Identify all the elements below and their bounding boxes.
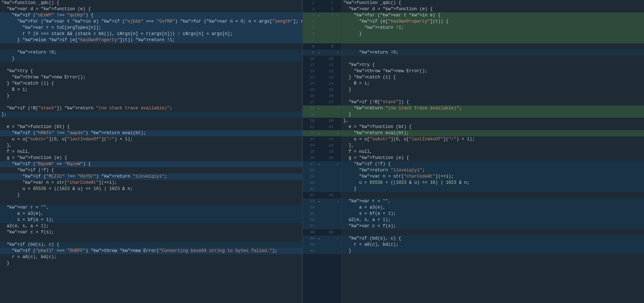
gutter-line: 11 xyxy=(303,0,342,6)
gutter-line: 2323 xyxy=(303,136,342,143)
gutter-line: 37 xyxy=(303,223,342,229)
left-line: B = i; xyxy=(0,87,302,93)
right-line xyxy=(342,93,644,99)
left-line: a = a3(e), xyxy=(0,211,302,217)
right-line: u = u["substr"](0, u["lastIndexOf"]("/")… xyxy=(342,136,644,143)
right-code-area[interactable]: "kw">function _qdc() { "kw">var d = "kw"… xyxy=(342,0,644,303)
gutter-line: 3232 xyxy=(303,192,342,198)
right-line: "kw">if (bd(s), c) { xyxy=(342,236,644,242)
right-line: r = a0(c), bd(c); xyxy=(342,242,644,248)
left-line: "kw">if (!f) { xyxy=(0,167,302,174)
left-line xyxy=(0,43,302,50)
gutter-line: 1010 xyxy=(303,56,342,62)
right-line: }, xyxy=(342,143,644,149)
gutter-line: 19 xyxy=(303,112,342,118)
left-line: } "kw">catch (i) { xyxy=(0,81,302,87)
gutter-line: 36 xyxy=(303,217,342,223)
right-line: } xyxy=(342,87,644,93)
gutter-line: 39↵✓ xyxy=(303,236,342,242)
left-line xyxy=(0,62,302,68)
left-line: a2(e, s, a + 1); xyxy=(0,223,302,229)
left-line: u = u["substr"](0, u["lastIndexOf"]("/")… xyxy=(0,136,302,143)
left-line: "kw">throw "kw">new Error(); xyxy=(0,74,302,81)
right-line xyxy=(342,43,644,50)
gutter-line: 1515 xyxy=(303,87,342,93)
right-line: } xyxy=(342,186,644,192)
gutter-line: 5 xyxy=(303,25,342,31)
left-line: "kw">if ("BqzeW" == "BqzeW") { xyxy=(0,161,302,167)
gutter-line: 7 xyxy=(303,37,342,43)
gutter-line: 6 xyxy=(303,31,342,37)
gutter-line: 1313 xyxy=(303,74,342,81)
gutter-line: 27↵✓ xyxy=(303,161,342,167)
left-line: s = bf(a + 1); xyxy=(0,217,302,223)
gutter-line: 2424 xyxy=(303,143,342,149)
gutter-line: 88 xyxy=(303,43,342,50)
left-line: "kw">if ("MLZJc" !== "HsYSr") "kw">retur… xyxy=(0,174,302,180)
gutter-line: 2121 xyxy=(303,124,342,130)
right-line: } "kw">catch (i) { xyxy=(342,74,644,81)
right-line xyxy=(342,37,644,43)
right-line: } xyxy=(342,112,644,118)
gutter-line: 28 xyxy=(303,167,342,174)
gutter-line: 29 xyxy=(303,174,342,180)
right-line xyxy=(342,56,644,62)
right-line: "kw">return "(no stack trace available)"… xyxy=(342,105,644,112)
gutter-line: 4 xyxy=(303,19,342,25)
left-line: "kw">try { xyxy=(0,68,302,74)
right-line: "kw">return !0; xyxy=(342,50,644,56)
right-line: e = "kw">function (bt) { xyxy=(342,124,644,130)
left-line: "kw">var r = "", xyxy=(0,205,302,211)
left-line: "kw">var n = str["charCodeAt"](++i); xyxy=(0,180,302,186)
right-line: f = null, xyxy=(342,149,644,155)
right-line: "kw">return eval(bt); xyxy=(342,130,644,136)
left-line: "kw">if ("hMAfk" !== "awpdx") "kw">retur… xyxy=(0,130,302,136)
right-line: "kw">var d = "kw">function (e) { xyxy=(342,6,644,12)
left-line: }, xyxy=(0,143,302,149)
gutter-line: 35 xyxy=(303,211,342,217)
left-line: } xyxy=(0,260,302,267)
left-line: "kw">if (bd(s), c) { xyxy=(0,242,302,248)
left-line: } xyxy=(0,56,302,62)
left-line: } xyxy=(0,192,302,198)
left-line: "kw">function _qdc() { xyxy=(0,0,302,6)
right-line: B = i; xyxy=(342,81,644,87)
gutter-line: 18↵✓ xyxy=(303,105,342,112)
gutter-line: 31 xyxy=(303,186,342,192)
right-line: "kw">var n = str["charCodeAt"](++i); xyxy=(342,174,644,180)
gutter-line: 3838 xyxy=(303,229,342,236)
left-line: "kw">var r = toC[argTypes[n]]; xyxy=(0,25,302,31)
left-line: "kw">if (!B["stack"]) "kw">return "(no s… xyxy=(0,105,302,112)
left-line: u = 65536 + ((1023 & u) << 10) | 1023 & … xyxy=(0,186,302,192)
right-line: "kw">if (!B["stack"]) { xyxy=(342,99,644,105)
right-line xyxy=(342,192,644,198)
gutter-line: 33↵✓ xyxy=(303,198,342,205)
right-pane: "kw">function _qdc() { "kw">var d = "kw"… xyxy=(342,0,644,303)
gutter-line: 40 xyxy=(303,242,342,248)
left-line: } "kw">else "kw">if (e["hasOwnProperty"]… xyxy=(0,37,302,43)
left-line xyxy=(0,198,302,205)
right-line: "kw">if (e["hasOwnProperty"](t)) { xyxy=(342,19,644,25)
right-line: "kw">for ("kw">var t "kw">in e) { xyxy=(342,12,644,19)
right-line: g = "kw">function (e) { xyxy=(342,155,644,161)
gutter-line: 30 xyxy=(303,180,342,186)
right-line: u = 65536 + ((1023 & u) << 10) | 1023 & … xyxy=(342,180,644,186)
left-line: r ? (0 === stack && (stack = bk()), cArg… xyxy=(0,31,302,37)
right-line: a = a3(e), xyxy=(342,205,644,211)
gutter-line: 2626 xyxy=(303,155,342,161)
left-line xyxy=(0,99,302,105)
left-line xyxy=(0,118,302,124)
left-line xyxy=(0,236,302,242)
gutter-line: 1111 xyxy=(303,62,342,68)
gutter-line: 22↵✓ xyxy=(303,130,342,136)
right-line: }, xyxy=(342,118,644,124)
line-number-gutter: 11223↵3✓4567889↵✓10101111121213131414151… xyxy=(302,0,342,303)
right-line: s = bf(a + 1); xyxy=(342,211,644,217)
left-code-area[interactable]: "kw">function _qdc() { "kw">var d = "kw"… xyxy=(0,0,302,303)
left-pane: "kw">function _qdc() { "kw">var d = "kw"… xyxy=(0,0,302,303)
left-line: } xyxy=(0,93,302,99)
right-line: } xyxy=(342,248,644,254)
left-line: "kw">var c = f(s); xyxy=(0,229,302,236)
gutter-line: 1212 xyxy=(303,68,342,74)
gutter-line: 1616 xyxy=(303,93,342,99)
